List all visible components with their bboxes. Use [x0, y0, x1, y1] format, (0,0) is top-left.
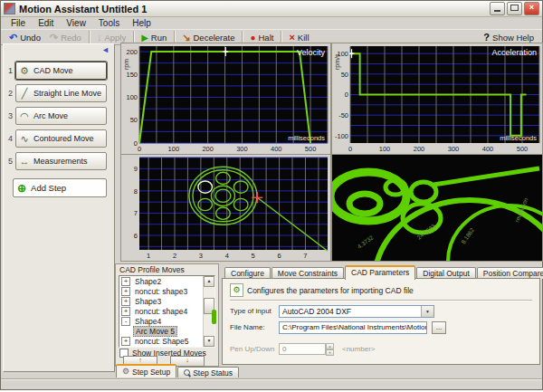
svg-text:rpm: rpm [123, 59, 130, 70]
undo-button[interactable]: ↶ Undo [5, 33, 45, 43]
sidebar-item-arc-move[interactable]: ◠Arc Move [15, 107, 107, 125]
svg-text:100: 100 [168, 145, 180, 153]
add-step-icon: ⊕ [17, 182, 26, 195]
cad-3d-preview[interactable]: 24.55838.18624.3732revolution [331, 154, 543, 262]
svg-text:500: 500 [305, 145, 317, 153]
toolbar-separator [89, 31, 90, 43]
scroll-up-icon[interactable]: ▲ [204, 276, 214, 287]
tree-item-noncut-shape5[interactable]: +noncut: Shape5 [119, 336, 214, 346]
sidebar-item-cad-move[interactable]: ⚙CAD Move [15, 62, 107, 80]
step-label: Measurements [33, 157, 88, 166]
sidebar-item-contoured-move[interactable]: ∿Contoured Move [15, 129, 107, 148]
svg-text:50: 50 [341, 71, 348, 79]
minimize-button[interactable] [490, 2, 505, 15]
tree-item-noncut-shape3[interactable]: +noncut: shape3 [119, 286, 214, 296]
velocity-chart[interactable]: 0100200300400500050100150200Velocitymill… [120, 43, 331, 155]
pen-up-down-label: Pen Up/Down [230, 345, 274, 353]
toolbar-separator [174, 31, 175, 43]
halt-label: Halt [259, 33, 274, 43]
tab-cad-parameters[interactable]: CAD Parameters [345, 265, 415, 280]
title-bar[interactable]: Motion Assistant Untitled 1 × [1, 1, 542, 17]
splitter-handle[interactable] [212, 310, 216, 324]
scroll-down-icon[interactable]: ▼ [204, 336, 214, 347]
decelerate-label: Decelerate [194, 33, 235, 43]
pen-up-down-hint: <number> [342, 345, 375, 353]
app-icon [4, 3, 15, 14]
tree-item-label: Arc Move 5 [133, 326, 177, 337]
tab-step-status[interactable]: Step Status [177, 367, 239, 378]
step-row: 2╱Straight Line Move [4, 83, 114, 106]
undo-label: Undo [20, 33, 41, 43]
expander-icon[interactable]: + [121, 307, 130, 316]
svg-text:milliseconds: milliseconds [288, 134, 325, 142]
run-icon: ▶ [141, 33, 148, 43]
step-tabs: ⚙Step SetupStep Status [116, 366, 239, 378]
close-button[interactable]: × [524, 2, 539, 15]
menu-bar: FileEditViewToolsHelp [1, 17, 542, 29]
help-icon: ? [483, 33, 490, 43]
window-controls: × [490, 2, 539, 15]
svg-text:300: 300 [448, 145, 460, 153]
tree-item-noncut-shape4[interactable]: +noncut: shape4 [119, 306, 214, 316]
type-of-input-select[interactable]: AutoCAD 2004 DXF ▼ [279, 305, 434, 318]
browse-button[interactable]: ... [432, 321, 446, 334]
chevron-down-icon[interactable]: ▼ [421, 306, 433, 317]
step-number: 4 [8, 134, 13, 143]
kill-button[interactable]: × Kill [284, 33, 313, 43]
expander-icon[interactable]: + [121, 297, 130, 306]
add-step-button[interactable]: ⊕ Add Step [13, 178, 107, 197]
menu-tools[interactable]: Tools [92, 18, 126, 28]
cad-move-icon: ⚙ [19, 65, 30, 77]
cad-profile-moves-panel: CAD Profile Moves +Shape2+noncut: shape3… [115, 263, 219, 367]
menu-view[interactable]: View [60, 18, 92, 28]
menu-file[interactable]: File [5, 18, 32, 28]
svg-text:8: 8 [134, 187, 138, 196]
file-name-input[interactable]: C:\Program Files\National Instruments\Mo… [279, 321, 427, 334]
tree-item-shape2[interactable]: +Shape2 [119, 276, 214, 286]
svg-text:-100: -100 [335, 132, 348, 140]
collapse-sidebar-icon[interactable]: ◄ [101, 45, 110, 54]
svg-text:-50: -50 [338, 111, 348, 120]
apply-icon: ↓ [97, 33, 102, 43]
svg-text:4: 4 [225, 252, 229, 260]
expander-icon[interactable]: - [121, 317, 130, 326]
redo-button[interactable]: ↷ Redo [45, 33, 86, 43]
step-config-panel: ConfigureMove ConstraintsCAD ParametersD… [222, 265, 540, 365]
gear-icon: ⚙ [122, 368, 129, 376]
restore-button[interactable] [507, 2, 522, 15]
cad-parameters-tab-content: ⚙ Configures the parameters for importin… [222, 278, 540, 365]
show-help-button[interactable]: ? Show Help [479, 33, 538, 43]
tree-item-arc-move-5[interactable]: Arc Move 5 [119, 326, 214, 336]
tab-step-setup[interactable]: ⚙Step Setup [116, 364, 176, 378]
svg-text:400: 400 [271, 145, 282, 153]
svg-text:50: 50 [130, 116, 138, 124]
step-label: Straight Line Move [33, 89, 101, 98]
redo-label: Redo [61, 33, 81, 43]
svg-text:400: 400 [482, 145, 494, 153]
svg-text:200: 200 [126, 48, 138, 56]
expander-icon[interactable]: + [121, 287, 130, 296]
tree-item-label: Shape4 [133, 317, 163, 326]
run-button[interactable]: ▶ Run [137, 33, 171, 43]
step-number: 1 [8, 66, 13, 75]
step-row: 3◠Arc Move [4, 106, 114, 129]
sidebar-item-measurements[interactable]: ↔Measurements [15, 152, 107, 170]
apply-button[interactable]: ↓ Apply [92, 33, 130, 43]
type-of-input-label: Type of input [230, 307, 272, 315]
tree-item-shape4[interactable]: -Shape4 [119, 316, 214, 326]
expander-icon[interactable]: + [121, 277, 130, 286]
acceleration-chart[interactable]: 0100200300400500-100-50050100Acceleratio… [331, 43, 543, 155]
sidebar-item-straight-line-move[interactable]: ╱Straight Line Move [15, 84, 107, 102]
menu-edit[interactable]: Edit [32, 18, 60, 28]
pen-up-down-stepper: ▲ ▼ [326, 343, 334, 355]
decelerate-button[interactable]: ↘ Decelerate [177, 33, 239, 43]
menu-help[interactable]: Help [126, 18, 157, 28]
expander-icon[interactable]: + [121, 337, 130, 346]
tree-item-shape3[interactable]: +Shape3 [119, 296, 214, 306]
halt-button[interactable]: ● Halt [245, 33, 278, 43]
apply-label: Apply [104, 33, 126, 43]
svg-text:9: 9 [134, 165, 138, 173]
cad-profile-chart[interactable]: 12345676789 [120, 154, 331, 262]
show-help-label: Show Help [492, 33, 534, 43]
step-list: 1⚙CAD Move2╱Straight Line Move3◠Arc Move… [4, 61, 114, 174]
